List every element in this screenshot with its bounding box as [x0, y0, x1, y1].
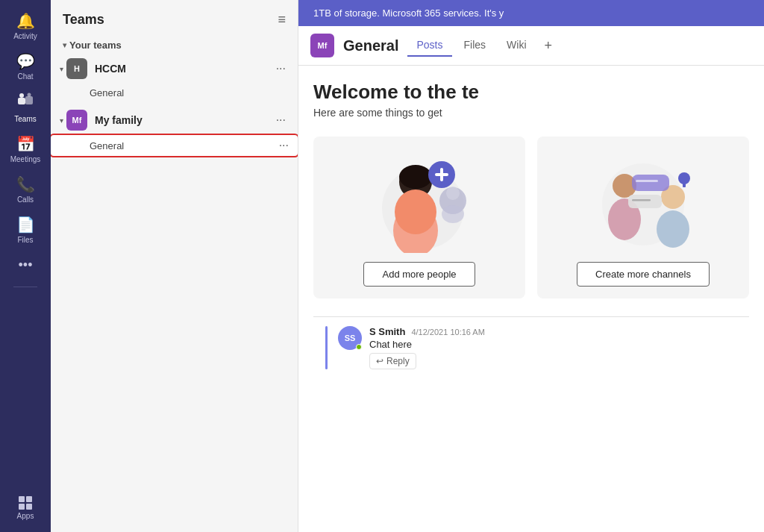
sidebar-title: Teams: [63, 12, 104, 28]
tab-wiki[interactable]: Wiki: [498, 34, 535, 57]
nav-item-teams[interactable]: Teams: [0, 87, 51, 129]
activity-icon: 🔔: [16, 12, 35, 30]
myfamily-more-icon[interactable]: ···: [273, 112, 289, 128]
welcome-cards: Add more people: [313, 137, 749, 298]
channel-header-avatar: Mf: [310, 34, 334, 57]
svg-rect-24: [636, 180, 658, 182]
svg-rect-11: [440, 168, 443, 181]
chat-icon: 💬: [16, 52, 35, 70]
add-people-illustration: [363, 148, 475, 253]
apps-grid-icon: [19, 496, 32, 510]
left-nav: 🔔 Activity 💬 Chat Teams 📅 Meetings 📞 Cal…: [0, 0, 51, 532]
files-icon: 📄: [16, 216, 35, 234]
chat-label: Chat: [17, 72, 33, 81]
teams-label: Teams: [14, 115, 36, 123]
team-row-myfamily[interactable]: ▾ Mf My family ···: [51, 105, 298, 135]
svg-point-7: [395, 190, 436, 234]
welcome-subtitle: Here are some things to get: [313, 107, 749, 119]
svg-point-13: [446, 187, 460, 200]
svg-rect-23: [683, 183, 686, 187]
svg-rect-21: [628, 195, 662, 208]
svg-rect-20: [632, 175, 669, 191]
svg-point-2: [19, 93, 24, 98]
channel-tabs: Posts Files Wiki +: [407, 34, 752, 57]
nav-item-meetings[interactable]: 📅 Meetings: [0, 129, 51, 169]
message-avatar: SS: [338, 326, 362, 350]
tab-files[interactable]: Files: [455, 34, 495, 57]
welcome-title: Welcome to the te: [313, 81, 749, 104]
top-banner: 1TB of storage. Microsoft 365 services. …: [298, 0, 764, 26]
apps-label: Apps: [17, 512, 34, 520]
reply-label: Reply: [386, 356, 410, 366]
reply-button[interactable]: ↩ Reply: [369, 353, 416, 369]
create-channels-card: Create more channels: [537, 137, 749, 298]
banner-text: 1TB of storage. Microsoft 365 services. …: [313, 7, 504, 19]
message-time: 4/12/2021 10:16 AM: [411, 328, 484, 337]
hccm-general-channel: General: [90, 87, 289, 98]
nav-apps[interactable]: Apps: [17, 496, 34, 520]
message-text: Chat here: [369, 339, 737, 350]
activity-label: Activity: [13, 32, 37, 40]
channel-row-myfamily-general[interactable]: General ···: [51, 135, 298, 156]
meetings-label: Meetings: [10, 155, 41, 163]
main-content: 1TB of storage. Microsoft 365 services. …: [298, 0, 764, 532]
channel-header: Mf General Posts Files Wiki +: [298, 26, 764, 66]
calls-icon: 📞: [16, 175, 35, 193]
nav-item-calls[interactable]: 📞 Calls: [0, 169, 51, 210]
svg-point-19: [657, 210, 689, 248]
nav-item-files[interactable]: 📄 Files: [0, 210, 51, 250]
team-row-hccm[interactable]: ▾ H HCCM ···: [51, 54, 298, 84]
message-left-border: [325, 326, 328, 369]
nav-item-activity[interactable]: 🔔 Activity: [0, 6, 51, 46]
myfamily-general-channel: General: [90, 140, 279, 151]
nav-more-button[interactable]: •••: [0, 250, 51, 281]
svg-rect-1: [25, 96, 33, 104]
add-people-card: Add more people: [313, 137, 525, 298]
welcome-area: Welcome to the te Here are some things t…: [298, 66, 764, 532]
svg-point-8: [399, 165, 432, 189]
nav-divider: [13, 287, 37, 287]
message-header: S Smith 4/12/2021 10:16 AM: [369, 326, 737, 337]
teams-sidebar: Teams ≡ Your teams ▾ H HCCM ··· General …: [51, 0, 298, 532]
channel-row-hccm-general[interactable]: General: [51, 84, 298, 102]
svg-point-22: [678, 172, 690, 184]
teams-icon: [17, 93, 34, 113]
myfamily-avatar: Mf: [66, 110, 87, 131]
create-channels-illustration: [587, 148, 699, 253]
nav-item-chat[interactable]: 💬 Chat: [0, 46, 51, 87]
filter-icon[interactable]: ≡: [278, 12, 286, 28]
svg-point-3: [28, 93, 31, 97]
hccm-avatar: H: [66, 58, 87, 79]
myfamily-name: My family: [95, 114, 273, 126]
files-label: Files: [17, 236, 33, 244]
online-indicator: [356, 344, 362, 350]
meetings-icon: 📅: [16, 135, 35, 153]
add-tab-button[interactable]: +: [539, 35, 559, 57]
reply-icon: ↩: [376, 356, 383, 366]
hccm-more-icon[interactable]: ···: [273, 60, 289, 77]
myfamily-general-more-icon[interactable]: ···: [279, 139, 289, 152]
add-more-people-button[interactable]: Add more people: [363, 262, 475, 287]
svg-rect-25: [632, 199, 651, 201]
sidebar-header: Teams ≡: [51, 0, 298, 34]
channel-title: General: [343, 37, 398, 54]
svg-point-14: [442, 205, 464, 223]
svg-rect-0: [18, 98, 25, 104]
myfamily-collapse-icon: ▾: [60, 116, 63, 125]
calls-label: Calls: [17, 195, 34, 204]
create-more-channels-button[interactable]: Create more channels: [577, 262, 710, 287]
message-row: SS S Smith 4/12/2021 10:16 AM Chat here …: [325, 326, 737, 369]
your-teams-label[interactable]: Your teams: [51, 34, 298, 54]
team-group-myfamily: ▾ Mf My family ··· General ···: [51, 105, 298, 156]
message-content: S Smith 4/12/2021 10:16 AM Chat here ↩ R…: [369, 326, 737, 369]
tab-posts[interactable]: Posts: [407, 34, 451, 57]
chat-area: SS S Smith 4/12/2021 10:16 AM Chat here …: [313, 316, 749, 384]
hccm-collapse-icon: ▾: [60, 65, 63, 73]
hccm-name: HCCM: [95, 63, 273, 75]
message-author: S Smith: [369, 326, 405, 337]
sidebar-content: Your teams ▾ H HCCM ··· General ▾ Mf My …: [51, 34, 298, 532]
team-group-hccm: ▾ H HCCM ··· General: [51, 54, 298, 102]
